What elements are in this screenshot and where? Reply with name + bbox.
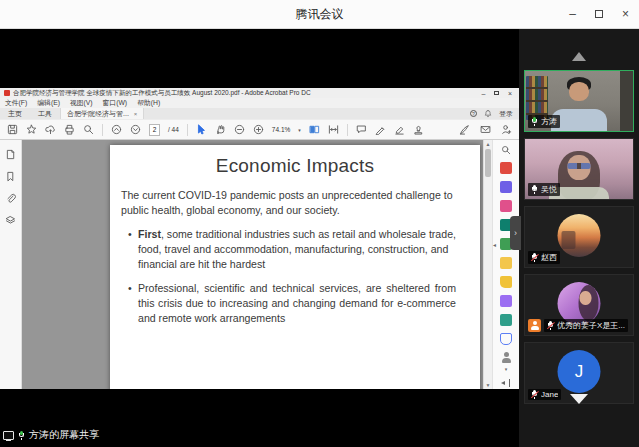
- next-page-icon[interactable]: [130, 124, 141, 135]
- expand-pane-icon[interactable]: [501, 379, 511, 386]
- protect-tool-icon[interactable]: [500, 333, 512, 345]
- participant-tile-jiangzi[interactable]: 优秀的姜子X是王...: [524, 274, 634, 336]
- tab-home[interactable]: 主页: [0, 108, 30, 119]
- organize-pages-tool-icon[interactable]: [500, 200, 512, 212]
- comment-icon[interactable]: [356, 124, 367, 135]
- participant-label: 吴悦: [528, 183, 560, 196]
- toolbar-separator: [102, 124, 103, 136]
- bullet-2-text: Professional, scientific and technical s…: [138, 282, 456, 324]
- panel-collapse-tab[interactable]: ›: [510, 216, 521, 250]
- select-tool-icon[interactable]: [196, 124, 207, 135]
- help-icon[interactable]: ?: [470, 110, 477, 117]
- scroll-participants-down-icon[interactable]: [570, 394, 588, 404]
- acrobat-maximize-icon[interactable]: [494, 91, 499, 96]
- previous-page-icon[interactable]: [111, 124, 122, 135]
- edit-pdf-tool-icon[interactable]: [500, 181, 512, 193]
- participant-label: Jane: [528, 389, 561, 400]
- menu-file[interactable]: 文件(F): [5, 98, 27, 108]
- participant-name: 赵西: [541, 252, 557, 263]
- bell-icon[interactable]: [484, 109, 492, 118]
- pane-collapse-icon[interactable]: ◄: [492, 242, 497, 248]
- toolbar-separator: [187, 124, 188, 136]
- more-tools-caret-icon[interactable]: ▾: [505, 366, 508, 372]
- request-signatures-tool-icon[interactable]: [500, 257, 512, 269]
- mic-muted-icon: [531, 253, 538, 262]
- acrobat-tabrow: 主页 工具 合肥学院经济与管... × ? 登录: [0, 108, 519, 119]
- menu-window[interactable]: 窗口(W): [103, 98, 128, 108]
- tencent-meeting-window: 腾讯会议 – × 合肥学院经济与管理学院 全球疫情下新的工作模式与员工绩效 Au…: [0, 0, 639, 447]
- bookmarks-icon[interactable]: [5, 171, 16, 182]
- maximize-icon[interactable]: [595, 10, 603, 18]
- slide-bullet-2: Professional, scientific and technical s…: [128, 281, 456, 326]
- document-scrollbar[interactable]: ▲ ▼: [483, 140, 492, 389]
- page-thumbnails-icon[interactable]: [5, 149, 16, 160]
- minimize-icon[interactable]: –: [569, 8, 576, 20]
- scan-ocr-tool-icon[interactable]: [500, 314, 512, 326]
- tab-document-label: 合肥学院经济与管...: [67, 109, 129, 119]
- menu-view[interactable]: 视图(V): [70, 98, 93, 108]
- share-cloud-icon[interactable]: [45, 124, 56, 135]
- tab-tools[interactable]: 工具: [30, 108, 60, 119]
- participant-name: 方涛: [541, 116, 557, 127]
- acrobat-window-title: 合肥学院经济与管理学院 全球疫情下新的工作模式与员工绩效 August 2020…: [13, 89, 479, 98]
- participant-name: 吴悦: [541, 184, 557, 195]
- menu-edit[interactable]: 编辑(E): [37, 98, 60, 108]
- zoom-in-icon[interactable]: [253, 124, 264, 135]
- attachments-icon[interactable]: [5, 193, 16, 204]
- acrobat-titlebar: 合肥学院经济与管理学院 全球疫情下新的工作模式与员工绩效 August 2020…: [0, 88, 519, 98]
- screen-share-area: 合肥学院经济与管理学院 全球疫情下新的工作模式与员工绩效 August 2020…: [0, 29, 519, 447]
- participant-tile-wuyue[interactable]: 吴悦: [524, 138, 634, 200]
- acrobat-close-icon[interactable]: ×: [508, 90, 512, 97]
- star-icon[interactable]: [26, 124, 37, 135]
- toolbar-separator: [347, 124, 348, 136]
- zoom-out-icon[interactable]: [234, 124, 245, 135]
- menu-help[interactable]: 帮助(H): [137, 98, 160, 108]
- save-icon[interactable]: [7, 124, 18, 135]
- export-pdf-tool-icon[interactable]: [500, 162, 512, 174]
- zoom-level[interactable]: 74.1%: [272, 126, 290, 133]
- slide-bullet-1: First, some traditional industries such …: [128, 227, 456, 272]
- hand-tool-icon[interactable]: [215, 124, 226, 135]
- highlighter-icon[interactable]: [394, 124, 405, 135]
- initial-avatar: J: [558, 350, 601, 393]
- layers-icon[interactable]: [5, 215, 16, 226]
- participant-tile-fangtao[interactable]: 方涛: [524, 70, 634, 132]
- window-controls: – ×: [569, 0, 629, 28]
- page-display-icon[interactable]: [309, 124, 320, 135]
- fill-sign-tool-icon[interactable]: [500, 295, 512, 307]
- page-number-input[interactable]: 2: [149, 124, 160, 136]
- signin-link[interactable]: 登录: [499, 109, 513, 119]
- acrobat-minimize-icon[interactable]: –: [482, 90, 486, 97]
- fit-width-icon[interactable]: [328, 124, 339, 135]
- scroll-participants-up-icon[interactable]: [572, 52, 586, 61]
- fill-sign-icon[interactable]: [459, 124, 470, 135]
- scroll-up-icon[interactable]: ▲: [484, 141, 492, 147]
- search-icon[interactable]: [83, 124, 94, 135]
- stamp-icon[interactable]: [413, 124, 424, 135]
- comment-tool-icon[interactable]: [500, 276, 512, 288]
- scrollbar-thumb[interactable]: [485, 149, 491, 177]
- zoom-caret-icon[interactable]: ▾: [298, 127, 301, 133]
- mic-on-icon: [531, 117, 538, 126]
- close-icon[interactable]: ×: [622, 8, 629, 20]
- screen-share-icon: [3, 431, 14, 440]
- bullet-1-text: , some traditional industries such as re…: [138, 228, 456, 270]
- search-tools-icon[interactable]: [501, 145, 511, 155]
- tabrow-right: ? 登录: [470, 108, 519, 119]
- share-banner-text: 方涛的屏幕共享: [29, 428, 99, 442]
- certificates-tool-icon[interactable]: [500, 352, 512, 364]
- tab-close-icon[interactable]: ×: [134, 111, 138, 117]
- acrobat-toolbar: 2 / 44 74.1% ▾: [0, 119, 519, 140]
- print-icon[interactable]: [64, 124, 75, 135]
- mic-muted-icon: [531, 390, 538, 399]
- participant-tile-zhaoxi[interactable]: 赵西: [524, 206, 634, 268]
- email-icon[interactable]: [480, 124, 491, 135]
- pdf-page: Economic Impacts The current COVID-19 pa…: [110, 145, 480, 389]
- send-signature-icon[interactable]: [501, 124, 512, 135]
- tab-document[interactable]: 合肥学院经济与管... ×: [60, 108, 144, 119]
- scroll-down-icon[interactable]: ▼: [484, 382, 492, 388]
- toolbar-right-group: [459, 124, 512, 135]
- pencil-icon[interactable]: [375, 124, 386, 135]
- acrobat-app-icon: [4, 90, 10, 96]
- document-area: Economic Impacts The current COVID-19 pa…: [22, 140, 483, 389]
